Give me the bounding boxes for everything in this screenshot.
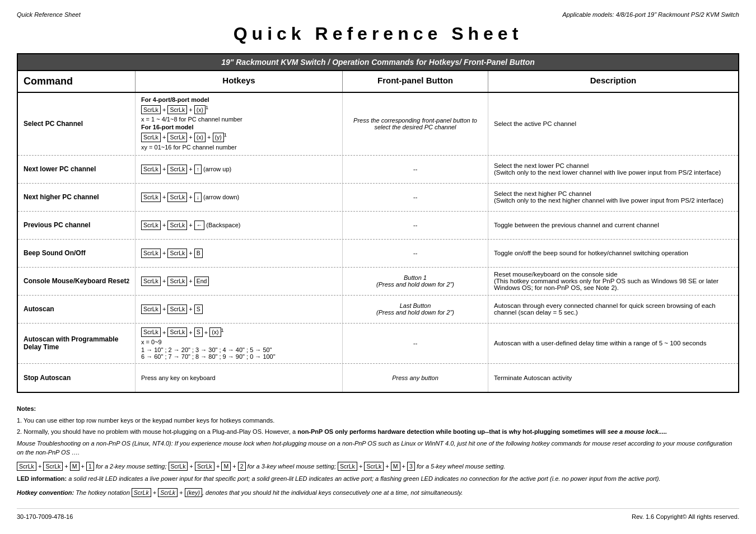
table-row: Beep Sound On/Off ScrLk + ScrLk + B -- T… [18,240,738,268]
hotkey-prev-pc: ScrLk + ScrLk + ← (Backspace) [136,212,343,239]
fp-stop-autoscan: Press any button [343,364,488,392]
cmd-autoscan: Autoscan [18,296,136,323]
top-bar: Quick Reference Sheet Applicable models:… [17,11,739,18]
note-2: 2. Normally, you should have no problem … [17,427,739,437]
col-hotkeys: Hotkeys [136,71,343,92]
fp-console-reset: Button 1(Press and hold down for 2") [343,268,488,295]
fp-autoscan-delay: -- [343,324,488,363]
col-description: Description [488,71,738,92]
table-row: Stop Autoscan Press any key on keyboard … [18,364,738,392]
cmd-select-pc: Select PC Channel [18,93,136,155]
mouse-keys-line: ScrLk + ScrLk + M + 1 for a 2-key mouse … [17,462,739,471]
fp-next-lower: -- [343,156,488,183]
hotkey-console-reset: ScrLk + ScrLk + End [136,268,343,295]
table-row: Previous PC channel ScrLk + ScrLk + ← (B… [18,212,738,240]
col-frontpanel: Front-panel Button [343,71,488,92]
main-table: 19" Rackmount KVM Switch / Operation Com… [17,53,739,393]
cmd-console-reset: Console Mouse/Keyboard Reset2 [18,268,136,295]
hotkey-convention: Hotkey convention: The hotkey notation S… [17,488,739,498]
notes-title: Notes: [17,405,36,412]
bottom-bar: 30-170-7009-478-16 Rev. 1.6 Copyright© A… [17,508,739,520]
cmd-next-lower: Next lower PC channel [18,156,136,183]
hotkey-stop-autoscan: Press any key on keyboard [136,364,343,392]
table-row: Autoscan with Programmable Delay Time Sc… [18,324,738,364]
table-row: Next higher PC channel ScrLk + ScrLk + ↓… [18,184,738,212]
hotkey-next-higher: ScrLk + ScrLk + ↓ (arrow down) [136,184,343,211]
fp-beep: -- [343,240,488,267]
desc-autoscan: Autoscan through every connected channel… [488,296,738,323]
desc-stop-autoscan: Terminate Autoscan activity [488,364,738,392]
top-left: Quick Reference Sheet [17,11,81,18]
table-row: Next lower PC channel ScrLk + ScrLk + ↑ … [18,156,738,184]
desc-autoscan-delay: Autoscan with a user-defined delay time … [488,324,738,363]
col-command: Command [18,71,136,92]
hotkey-autoscan-delay: ScrLk + ScrLk + S + (x)1 x = 0~9 1 → 10"… [136,324,343,363]
bottom-left: 30-170-7009-478-16 [17,513,73,520]
top-right: Applicable models: 4/8/16-port 19" Rackm… [562,11,739,18]
cmd-stop-autoscan: Stop Autoscan [18,364,136,392]
fp-next-higher: -- [343,184,488,211]
hotkey-select-pc: For 4-port/8-port model ScrLk + ScrLk + … [136,93,343,155]
cmd-autoscan-delay: Autoscan with Programmable Delay Time [18,324,136,363]
cmd-beep: Beep Sound On/Off [18,240,136,267]
fp-prev-pc: -- [343,212,488,239]
desc-beep: Toggle on/off the beep sound for hotkey/… [488,240,738,267]
desc-select-pc: Select the active PC channel [488,93,738,155]
bottom-right: Rev. 1.6 Copyright© All rights reserved. [632,513,739,520]
hotkey-next-lower: ScrLk + ScrLk + ↑ (arrow up) [136,156,343,183]
column-headers: Command Hotkeys Front-panel Button Descr… [18,71,738,93]
hotkey-autoscan: ScrLk + ScrLk + S [136,296,343,323]
led-info: LED information: a solid red-lit LED ind… [17,474,739,484]
hotkey-beep: ScrLk + ScrLk + B [136,240,343,267]
desc-prev-pc: Toggle between the previous channel and … [488,212,738,239]
table-row: Console Mouse/Keyboard Reset2 ScrLk + Sc… [18,268,738,296]
desc-next-higher: Select the next higher PC channel(Switch… [488,184,738,211]
fp-autoscan: Last Button(Press and hold down for 2") [343,296,488,323]
note-troubleshoot: Mouse Troubleshooting on a non-PnP OS (L… [17,439,739,457]
note-1: 1. You can use either top row number key… [17,416,739,425]
desc-console-reset: Reset mouse/keyboard on the console side… [488,268,738,295]
table-section-header: 19" Rackmount KVM Switch / Operation Com… [18,54,738,71]
desc-next-lower: Select the next lower PC channel(Switch … [488,156,738,183]
page-title: Quick Reference Sheet [17,24,739,44]
notes-section: Notes: 1. You can use either top row num… [17,404,739,497]
cmd-prev-pc: Previous PC channel [18,212,136,239]
table-row: Autoscan ScrLk + ScrLk + S Last Button(P… [18,296,738,324]
fp-select-pc: Press the corresponding front-panel butt… [343,93,488,155]
cmd-next-higher: Next higher PC channel [18,184,136,211]
table-row: Select PC Channel For 4-port/8-port mode… [18,93,738,156]
